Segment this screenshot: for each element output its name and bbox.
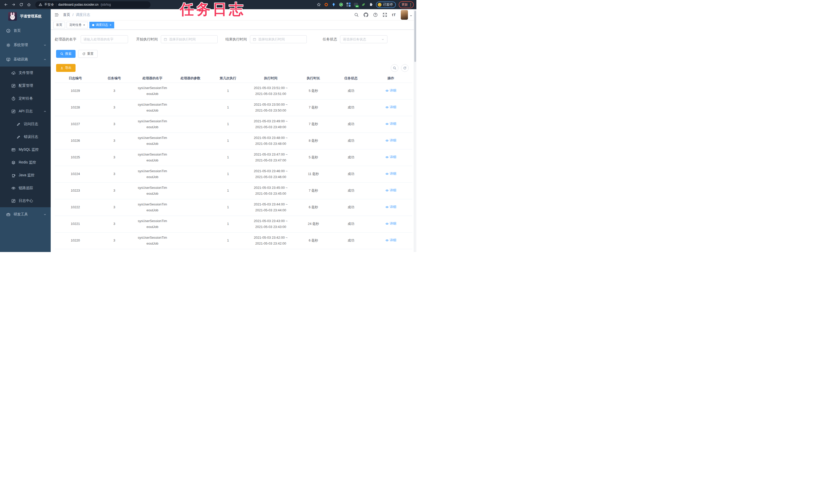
briefcase-icon [6, 212, 10, 217]
menu-label: 访问日志 [24, 122, 38, 126]
tab-scheduled-jobs[interactable]: 定时任务 × [67, 22, 88, 28]
header-search-icon[interactable] [354, 12, 359, 17]
detail-link[interactable]: 详细 [385, 104, 397, 110]
detail-link[interactable]: 详细 [385, 187, 397, 193]
caret-down-icon [410, 14, 412, 16]
cell-exec-count: 1 [209, 116, 247, 132]
layers-icon [11, 160, 16, 165]
toggle-search-button[interactable] [391, 64, 399, 72]
extension-blue-gem-icon[interactable] [331, 2, 336, 7]
sidebar-logo[interactable]: 芋道管理系统 [0, 9, 51, 24]
sidebar-item-file-management[interactable]: 文件管理 [0, 67, 51, 79]
sidebar-item-scheduled-jobs[interactable]: 定时任务 [0, 92, 51, 105]
browser-update-button[interactable]: 更新 [399, 1, 414, 8]
cell-actions: 详细 [369, 99, 412, 116]
col-exec-time: 执行时间 [247, 74, 294, 83]
breadcrumb-current: 调度日志 [76, 12, 90, 17]
cell-handler-name: sysUserSessionTim eoutJob [133, 116, 172, 132]
cell-job-id: 3 [96, 199, 133, 216]
tab-job-log[interactable]: 调度日志 × [89, 22, 114, 28]
scrollbar-thumb[interactable] [414, 11, 416, 62]
sidebar-item-home[interactable]: 首页 [0, 24, 51, 38]
table-row: 102253sysUserSessionTim eoutJob12021-05-… [55, 149, 412, 166]
filter-label: 处理器的名字 [55, 37, 79, 42]
table-row: 102203sysUserSessionTim eoutJob12021-05-… [55, 232, 412, 249]
detail-link[interactable]: 详细 [385, 154, 397, 160]
fullscreen-icon[interactable] [383, 12, 387, 17]
hamburger-menu-icon[interactable] [54, 12, 60, 18]
sidebar-item-log-center[interactable]: 日志中心 [0, 195, 51, 207]
browser-home-button[interactable] [26, 1, 32, 8]
page-content: 处理器的名字 请输入处理器的名字 开始执行时间 选择开始执行时间 结束执行 [51, 30, 416, 252]
detail-link[interactable]: 详细 [385, 137, 397, 143]
extension-orange-ring-icon[interactable] [324, 2, 329, 7]
logo-bunny-image [8, 12, 17, 21]
tab-close-icon[interactable]: × [83, 24, 85, 27]
search-button[interactable]: 搜索 [56, 50, 75, 58]
cell-exec-time: 2021-05-03 23:46:00 ~ 2021-05-03 23:46:0… [247, 166, 294, 182]
browser-back-button[interactable] [3, 1, 9, 8]
eye-icon [385, 139, 389, 142]
edit-square-icon [11, 109, 16, 114]
col-duration: 执行时长 [294, 74, 332, 83]
cell-exec-time: 2021-05-03 23:47:00 ~ 2021-05-03 23:47:0… [247, 149, 294, 166]
github-icon[interactable] [364, 12, 368, 17]
detail-link[interactable]: 详细 [385, 237, 397, 243]
filter-start-time: 开始执行时间 选择开始执行时间 [136, 35, 218, 43]
bookmark-star-icon[interactable] [316, 2, 321, 7]
end-time-input[interactable]: 选择结束执行时间 [250, 35, 307, 43]
cell-handler-param [172, 99, 209, 116]
browser-forward-button[interactable] [10, 1, 17, 8]
sidebar-item-access-logs[interactable]: 访问日志 [0, 118, 51, 130]
browser-menu-kebab-icon[interactable] [410, 3, 411, 6]
col-status: 任务状态 [333, 74, 370, 83]
detail-link[interactable]: 详细 [385, 221, 397, 226]
filter-form: 处理器的名字 请输入处理器的名字 开始执行时间 选择开始执行时间 结束执行 [55, 35, 412, 43]
extension-green-check-icon[interactable] [339, 2, 343, 7]
refresh-table-button[interactable] [401, 64, 409, 72]
extension-leaf-icon[interactable] [361, 2, 366, 7]
sidebar-item-system-management[interactable]: 系统管理 [0, 38, 51, 52]
profile-paused-badge[interactable]: 已暂停 [376, 2, 396, 8]
help-question-icon[interactable] [373, 12, 378, 17]
address-bar[interactable]: 不安全 dashboard.yudao.iocoder.cn/job/log [35, 1, 150, 8]
tab-close-icon[interactable]: × [110, 24, 111, 27]
job-status-select[interactable]: 请选择任务状态 [340, 35, 387, 43]
sidebar-item-mysql-monitor[interactable]: MySQL 监控 [0, 143, 51, 156]
cell-handler-name: sysUserSessionTim eoutJob [133, 99, 172, 116]
update-label: 更新 [402, 3, 408, 7]
cell-job-id: 3 [96, 166, 133, 182]
page-scrollbar[interactable] [414, 9, 416, 252]
detail-link[interactable]: 详细 [385, 88, 397, 93]
reset-button[interactable]: 重置 [78, 50, 98, 58]
input-placeholder: 选择开始执行时间 [169, 37, 196, 42]
monitor-icon [6, 57, 10, 62]
sidebar-item-java-monitor[interactable]: Java 监控 [0, 169, 51, 182]
calendar-icon [164, 37, 167, 41]
sidebar-item-trace[interactable]: 链路追踪 [0, 182, 51, 195]
sidebar-item-redis-monitor[interactable]: Redis 监控 [0, 156, 51, 169]
tab-home[interactable]: 首页 [53, 22, 65, 28]
sidebar-item-error-logs[interactable]: 错误日志 [0, 130, 51, 143]
extension-on-badge-icon[interactable]: on [354, 2, 358, 7]
text-size-icon[interactable]: tT [392, 13, 396, 17]
cell-handler-name: sysUserSessionTim eoutJob [133, 199, 172, 216]
sidebar-item-dev-tools[interactable]: 研发工具 [0, 207, 51, 222]
handler-name-input[interactable]: 请输入处理器的名字 [81, 35, 128, 43]
export-button[interactable]: 导出 [56, 64, 75, 72]
cell-duration: 11 毫秒 [294, 166, 332, 182]
extension-grid-icon[interactable] [346, 2, 351, 7]
detail-link[interactable]: 详细 [385, 171, 397, 177]
extension-puzzle-icon[interactable] [368, 2, 373, 7]
browser-reload-button[interactable] [18, 1, 25, 8]
sidebar-item-config-management[interactable]: 配置管理 [0, 79, 51, 92]
sidebar-item-api-logs[interactable]: API 日志 [0, 105, 51, 118]
detail-link[interactable]: 详细 [385, 204, 397, 210]
breadcrumb-home[interactable]: 首页 [63, 12, 70, 17]
start-time-input[interactable]: 选择开始执行时间 [161, 35, 218, 43]
cell-duration: 7 毫秒 [294, 99, 332, 116]
detail-link[interactable]: 详细 [385, 121, 397, 127]
chevron-down-icon [43, 44, 47, 47]
user-menu[interactable] [401, 10, 412, 20]
sidebar-item-infrastructure[interactable]: 基础设施 [0, 52, 51, 67]
